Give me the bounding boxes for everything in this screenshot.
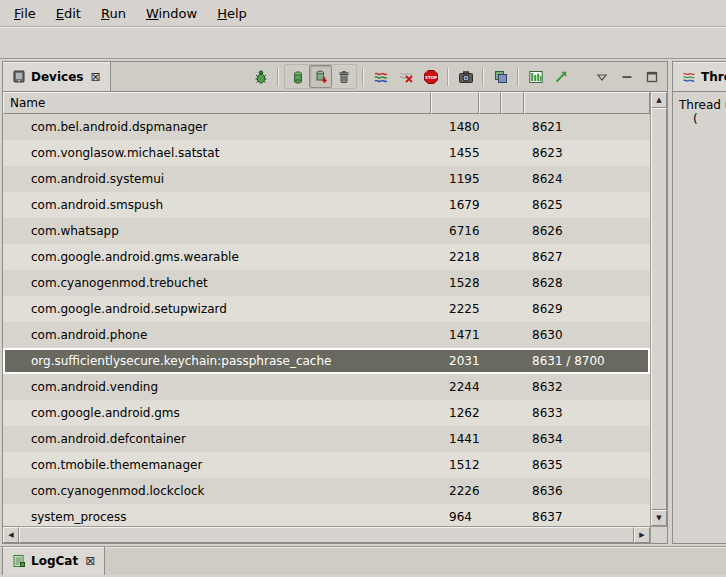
process-pid: 1528 (431, 276, 479, 290)
process-port: 8630 (524, 328, 650, 342)
process-pid: 22440 (431, 380, 479, 394)
process-pid: 1195 (431, 172, 479, 186)
toolbar-separator (482, 68, 484, 86)
process-port: 8631 / 8700 (524, 354, 650, 368)
table-row[interactable]: com.tmobile.thememanager15128635 (3, 452, 650, 478)
scrollbar-corner (650, 527, 667, 543)
process-pid: 14411 (431, 432, 479, 446)
process-port: 8621 (524, 120, 650, 134)
cause-gc-icon[interactable] (332, 65, 355, 88)
scroll-down-icon[interactable]: ▼ (651, 510, 667, 526)
scroll-up-icon[interactable]: ▲ (651, 92, 667, 108)
systrace-icon[interactable] (524, 65, 547, 88)
process-name: com.android.vending (3, 380, 431, 394)
process-name: com.google.android.gms.wearable (3, 250, 431, 264)
device-icon (12, 70, 26, 84)
scroll-left-icon[interactable]: ◀ (3, 527, 19, 543)
table-row[interactable]: com.android.defcontainer144118634 (3, 426, 650, 452)
menu-window[interactable]: Window (136, 2, 207, 25)
toolbar-separator (517, 68, 519, 86)
table-row[interactable]: com.cyanogenmod.trebuchet15288628 (3, 270, 650, 296)
table-row[interactable]: com.google.android.gms.wearable221858627 (3, 244, 650, 270)
tab-threads[interactable]: Threads (673, 62, 726, 91)
stop-process-icon[interactable]: STOP (419, 65, 442, 88)
table-row[interactable]: com.vonglasow.michael.satstat145538623 (3, 140, 650, 166)
update-heap-icon[interactable] (286, 65, 309, 88)
column-header-pid[interactable] (431, 92, 479, 114)
process-port: 8627 (524, 250, 650, 264)
process-pid: 964 (431, 510, 479, 524)
table-row[interactable]: com.google.android.setupwizard222508629 (3, 296, 650, 322)
column-header-port[interactable] (524, 92, 650, 114)
table-row[interactable]: com.android.smspush16798625 (3, 192, 650, 218)
logcat-bar: LogCat ⊠ (0, 546, 726, 575)
threads-icon (682, 70, 696, 84)
process-name: com.android.defcontainer (3, 432, 431, 446)
table-row[interactable]: com.android.systemui11958624 (3, 166, 650, 192)
close-icon[interactable]: ⊠ (85, 554, 95, 568)
devices-view: Devices ⊠ (2, 61, 668, 544)
logcat-icon (12, 554, 26, 568)
toolbar-separator (447, 68, 449, 86)
close-icon[interactable]: ⊠ (90, 70, 100, 84)
tab-threads-label: Threads (701, 70, 726, 84)
process-name: com.google.android.gms (3, 406, 431, 420)
process-name: com.whatsapp (3, 224, 431, 238)
column-header-spacer1[interactable] (479, 92, 501, 114)
opengl-trace-icon[interactable] (549, 65, 572, 88)
vertical-scrollbar[interactable]: ▲ ▼ (650, 92, 667, 526)
menu-help[interactable]: Help (207, 2, 257, 25)
column-header-name[interactable]: Name (3, 92, 431, 114)
process-name: com.android.systemui (3, 172, 431, 186)
minimize-icon[interactable] (615, 65, 638, 88)
table-row[interactable]: com.bel.android.dspmanager14808621 (3, 114, 650, 140)
process-pid: 6716 (431, 224, 479, 238)
scroll-right-icon[interactable]: ▶ (634, 527, 650, 543)
debug-process-icon[interactable] (249, 65, 272, 88)
horizontal-scrollbar[interactable]: ◀ ▶ (3, 526, 667, 543)
table-row[interactable]: com.google.android.gms126238633 (3, 400, 650, 426)
table-row[interactable]: org.sufficientlysecure.keychain:passphra… (3, 348, 650, 374)
process-port: 8626 (524, 224, 650, 238)
menu-bar: File Edit Run Window Help (0, 0, 726, 27)
dump-hprof-icon[interactable] (309, 65, 332, 88)
process-port: 8624 (524, 172, 650, 186)
view-menu-icon[interactable] (590, 65, 613, 88)
process-name: com.vonglasow.michael.satstat (3, 146, 431, 160)
table-row[interactable]: com.android.vending224408632 (3, 374, 650, 400)
table-row[interactable]: com.whatsapp67168626 (3, 218, 650, 244)
process-pid: 20311 (431, 354, 479, 368)
process-name: org.sufficientlysecure.keychain:passphra… (3, 354, 431, 368)
process-port: 8629 (524, 302, 650, 316)
maximize-icon[interactable] (640, 65, 663, 88)
process-list: com.bel.android.dspmanager14808621com.vo… (3, 114, 650, 526)
horizontal-scrollbar-thumb[interactable] (19, 527, 634, 543)
process-pid: 1512 (431, 458, 479, 472)
tab-devices[interactable]: Devices ⊠ (3, 62, 111, 91)
process-name: com.bel.android.dspmanager (3, 120, 431, 134)
process-port: 8632 (524, 380, 650, 394)
process-name: com.android.smspush (3, 198, 431, 212)
menu-edit[interactable]: Edit (46, 2, 91, 25)
screen-capture-icon[interactable] (454, 65, 477, 88)
process-name: system_process (3, 510, 431, 524)
table-row[interactable]: com.cyanogenmod.lockclock222658636 (3, 478, 650, 504)
devices-panel-header: Devices ⊠ (3, 62, 667, 92)
vertical-scrollbar-thumb[interactable] (651, 108, 667, 510)
ddms-window: File Edit Run Window Help Devices ⊠ (0, 0, 726, 575)
table-row[interactable]: com.android.phone14718630 (3, 322, 650, 348)
threads-message-line2: ( (679, 112, 726, 126)
view-hierarchy-icon[interactable] (489, 65, 512, 88)
tab-logcat[interactable]: LogCat ⊠ (2, 547, 105, 575)
table-row[interactable]: system_process9648637 (3, 504, 650, 526)
update-threads-icon[interactable] (369, 65, 392, 88)
process-port: 8628 (524, 276, 650, 290)
menu-run[interactable]: Run (91, 2, 136, 25)
menu-file[interactable]: File (4, 2, 46, 25)
stop-method-profiling-icon[interactable] (394, 65, 417, 88)
process-port: 8634 (524, 432, 650, 446)
process-pid: 12623 (431, 406, 479, 420)
threads-view: Threads Thread up ( (672, 61, 726, 544)
tab-devices-label: Devices (31, 70, 83, 84)
column-header-spacer2[interactable] (501, 92, 524, 114)
